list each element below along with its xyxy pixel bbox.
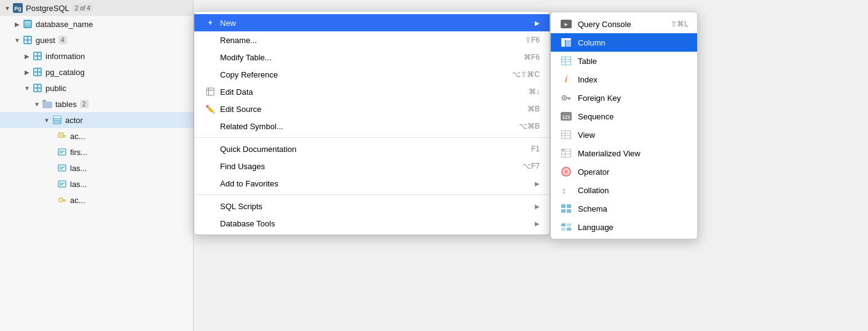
tree-label-first-name: firs... [70,148,87,157]
edit-data-shortcut: ⌘↓ [529,87,540,96]
tree-label-last-update: las... [70,180,87,189]
menu-item-edit-source[interactable]: ✏️ Edit Source ⌘B [194,100,550,118]
svg-rect-30 [53,116,61,118]
foreign-key-icon [559,94,573,102]
tree-label-postgres: PostgreSQL [26,4,69,13]
submenu-label-schema: Schema [578,204,688,213]
menu-item-add-favorites[interactable]: Add to Favorites ▶ [194,175,550,192]
menu-item-database-tools[interactable]: Database Tools ▶ [194,215,550,232]
svg-rect-51 [207,88,214,95]
tree-item-guest[interactable]: ▼ guest 4 [0,32,193,48]
submenu-item-materialized-view[interactable]: Materialized View [551,144,697,162]
submenu-item-collation[interactable]: ↕ Collation [551,181,697,199]
submenu-item-view[interactable]: View [551,126,697,144]
svg-point-80 [564,170,568,173]
arrow-database: ▶ [12,21,22,28]
submenu-item-table[interactable]: Table [551,52,697,70]
menu-item-sql-scripts[interactable]: SQL Scripts ▶ [194,197,550,215]
submenu-item-sequence[interactable]: 123 Sequence [551,107,697,126]
tree-label-information: information [45,52,85,61]
svg-rect-87 [567,223,571,226]
submenu-label-language: Language [578,223,688,232]
svg-text:↕: ↕ [562,186,566,195]
edit-data-icon [204,87,216,96]
tree-badge-postgres: 2 of 4 [73,4,93,12]
tree-label-actor: actor [65,116,83,125]
quick-doc-shortcut: F1 [531,145,540,153]
submenu-item-operator[interactable]: Operator [551,162,697,181]
svg-rect-53 [208,88,209,95]
menu-label-modify-table: Modify Table... [220,53,499,62]
col-normal-icon-3 [57,178,68,189]
tree-label-last-name: las... [70,164,87,173]
svg-rect-71 [561,133,571,134]
tree-item-actor-key2[interactable]: ac... [0,192,193,208]
menu-item-find-usages[interactable]: Find Usages ⌥F7 [194,158,550,175]
column-icon [559,38,573,47]
tree-item-postgres[interactable]: ▼ Pg PostgreSQL 2 of 4 [0,0,193,16]
svg-rect-28 [42,100,46,102]
svg-rect-39 [60,151,65,152]
submenu-item-foreign-key[interactable]: Foreign Key [551,89,697,107]
tree-item-last-update[interactable]: las... [0,176,193,192]
submenu-item-column[interactable]: Column [551,33,697,52]
tree-label-pg-catalog: pg_catalog [45,68,85,77]
svg-rect-48 [63,199,66,201]
svg-rect-5 [25,25,31,26]
svg-rect-33 [53,122,61,124]
svg-rect-12 [34,53,37,55]
svg-rect-10 [28,41,31,43]
menu-item-related-symbol[interactable]: Related Symbol... ⌥⌘B [194,118,550,135]
tree-item-first-name[interactable]: firs... [0,144,193,160]
modify-table-shortcut: ⌘F6 [524,53,540,62]
submenu-label-column: Column [578,38,688,47]
menu-item-quick-doc[interactable]: Quick Documentation F1 [194,140,550,158]
svg-rect-66 [569,98,570,100]
menu-item-rename[interactable]: Rename... ⇧F6 [194,31,550,49]
tree-label-actor-id: ac... [70,132,85,141]
tree-item-last-name[interactable]: las... [0,160,193,176]
svg-rect-84 [561,209,566,213]
submenu-item-schema[interactable]: Schema [551,199,697,218]
svg-rect-14 [34,57,37,59]
svg-text:▶: ▶ [565,22,568,27]
svg-rect-89 [567,228,571,231]
materialized-view-icon [559,149,573,158]
svg-rect-11 [33,52,42,60]
tree-item-actor[interactable]: ▼ actor [0,112,193,128]
submenu-item-index[interactable]: i Index [551,70,697,89]
svg-point-47 [59,198,63,202]
guest-schema-icon [22,34,33,46]
submenu-item-language[interactable]: Language [551,218,697,236]
svg-rect-16 [33,68,42,76]
svg-rect-85 [567,209,571,213]
svg-rect-15 [38,57,41,59]
svg-rect-43 [60,169,63,170]
svg-point-35 [60,134,62,136]
public-schema-icon [32,82,43,94]
menu-item-edit-data[interactable]: Edit Data ⌘↓ [194,83,550,100]
tree-label-database: database_name [36,20,93,29]
submenu-item-query-console[interactable]: ▶ Query Console ⇧⌘L [551,15,697,33]
menu-label-copy-reference: Copy Reference [220,70,487,79]
tree-item-database[interactable]: ▶ database_name [0,16,193,32]
svg-rect-24 [34,89,37,91]
menu-label-rename: Rename... [220,36,500,45]
svg-rect-7 [25,37,27,39]
tree-item-public[interactable]: ▼ public [0,80,193,96]
rename-shortcut: ⇧F6 [525,36,540,44]
tree-item-actor-id[interactable]: ac... [0,128,193,144]
tree-item-information[interactable]: ▶ information [0,48,193,64]
svg-rect-21 [33,84,42,92]
tree-item-pg-catalog[interactable]: ▶ pg_catalog [0,64,193,80]
svg-rect-52 [207,90,214,90]
svg-rect-67 [568,98,569,100]
col-key-icon-2 [57,194,68,205]
menu-label-database-tools: Database Tools [220,219,530,228]
menu-item-new[interactable]: + New ▶ [194,14,550,31]
tree-item-tables[interactable]: ▼ tables 2 [0,96,193,112]
submenu-label-foreign-key: Foreign Key [578,94,688,103]
menu-item-modify-table[interactable]: Modify Table... ⌘F6 [194,49,550,66]
svg-text:123: 123 [562,115,570,120]
menu-item-copy-reference[interactable]: Copy Reference ⌥⇧⌘C [194,66,550,83]
